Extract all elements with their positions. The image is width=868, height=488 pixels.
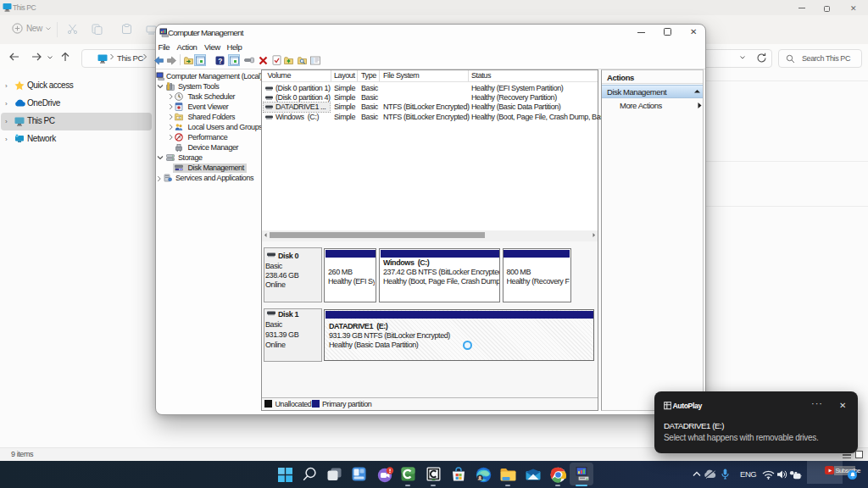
svg-text:?: ? (218, 56, 222, 64)
